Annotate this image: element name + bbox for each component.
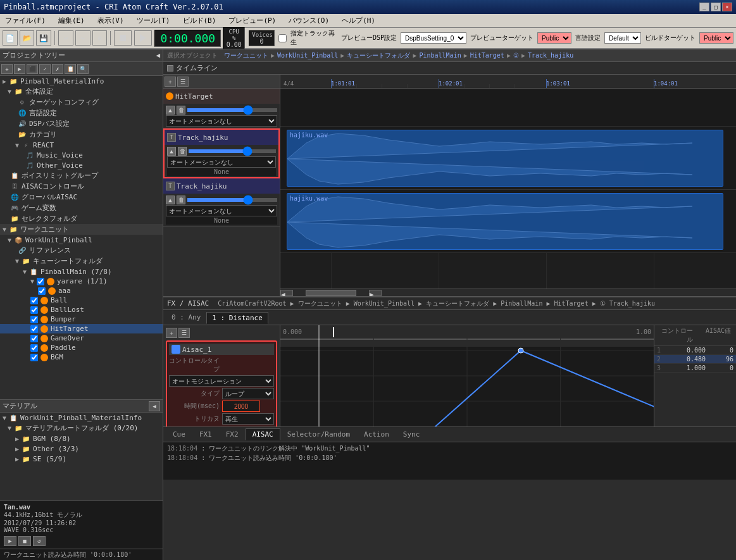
aisac-type-combo[interactable]: ループ [222,388,274,399]
track-automation-combo-2[interactable]: オートメーションなし [166,205,277,216]
tree-item-voicelimit[interactable]: 📋 ボイスリミットグループ [0,170,163,181]
aisac-tab-any[interactable]: 0 : Any [166,311,206,323]
balllost-checkbox[interactable] [30,306,38,314]
material-collapse[interactable]: ◀ [149,401,160,411]
tree-btn-2[interactable]: ▶ [14,64,25,74]
play-button[interactable] [134,30,152,46]
tree-item-hittarget[interactable]: HitTarget [0,324,163,333]
menu-tools[interactable]: ツール(T) [134,15,173,26]
hittarget-checkbox[interactable] [30,325,38,333]
tree-item-workunit-pinball[interactable]: ▼ 📦 WorkUnit_Pinball [0,235,163,245]
menu-build[interactable]: ビルド(B) [180,15,219,26]
track-list-view[interactable]: ☰ [177,77,189,87]
aisac-view-btn[interactable]: ☰ [178,328,190,338]
tree-item-pinball-main[interactable]: ▼ 📋 PinballMain (7/8) [0,266,163,277]
dsp-bus-setting-combo[interactable]: DspBusSetting_0 [401,32,466,44]
minimize-button[interactable]: _ [699,3,709,11]
window-controls[interactable]: _ □ × [699,3,732,11]
tree-item-yarare[interactable]: ▼ yarare (1/1) [0,277,163,286]
track-icon-b[interactable]: 🗑 [177,106,185,115]
track-icon-b2[interactable]: 🗑 [177,196,185,204]
file-stop-button[interactable]: ■ [18,536,31,546]
menu-bounce[interactable]: バウンス(O) [286,15,332,26]
track-icon-a[interactable]: ▲ [166,106,175,115]
tree-btn-4[interactable]: ✓ [39,64,51,74]
tree-item-workunit-folder[interactable]: ▼ 📁 ワークユニット [0,224,163,235]
midi-checkbox[interactable] [278,34,287,42]
yarare-checkbox[interactable] [37,278,44,285]
material-other[interactable]: ▶ 📁 Other (3/3) [0,444,163,454]
redo-button[interactable]: ↪ [75,30,90,46]
aisac-trigger-combo[interactable]: 再生 [222,413,274,425]
material-root[interactable]: ▼ 📋 WorkUnit_Pinball_MaterialInfo [0,413,163,423]
tree-item-bgm[interactable]: BGM [0,352,163,362]
paddle-checkbox[interactable] [30,344,38,352]
tree-item-reference[interactable]: 🔗 リファレンス [0,245,163,256]
menu-file[interactable]: ファイル(F) [3,15,48,26]
aisac-tab-distance[interactable]: 1 : Distance [206,312,268,324]
tree-btn-1[interactable]: + [1,64,13,74]
menu-help[interactable]: ヘルプ(H) [339,15,378,26]
tree-item-aisac-control[interactable]: 🎛 AISACコントロール [0,181,163,192]
tab-fx1[interactable]: FX1 [192,428,219,440]
tree-item-ball[interactable]: Ball [0,296,163,305]
file-loop-button[interactable]: ↺ [33,536,46,546]
stop-button[interactable] [114,30,132,46]
track-icon-b1[interactable]: 🗑 [178,147,187,156]
hscroll-left[interactable]: ◀ [280,290,293,296]
tree-item-aaa[interactable]: aaa [0,286,163,296]
aisac-control-combo[interactable]: オートモジュレーション [169,375,274,387]
track-automation-combo-0[interactable]: オートメーションなし [166,115,277,127]
close-button[interactable]: × [722,3,732,11]
track-add-button[interactable]: + [165,77,176,87]
tree-item-gameover[interactable]: GameOver [0,333,163,343]
graph-point-2[interactable] [518,348,523,353]
aisac-time-input[interactable] [222,401,260,412]
menu-preview[interactable]: プレビュー(P) [226,15,278,26]
file-play-button[interactable]: ▶ [4,536,16,546]
tree-item-paddle[interactable]: Paddle [0,343,163,352]
lang-combo[interactable]: Default [604,32,641,44]
timeline-hscroll[interactable]: ◀ ▶ [280,289,736,296]
ball-checkbox[interactable] [30,297,38,304]
tree-item-target-config[interactable]: ⚙ ターゲットコンフィグ [0,97,163,108]
hscroll-right[interactable]: ▶ [369,290,382,296]
material-se[interactable]: ▶ 📁 SE (5/9) [0,454,163,464]
tree-btn-6[interactable]: 📋 [65,64,76,74]
maximize-button[interactable]: □ [711,3,721,11]
tree-item-category[interactable]: 📂 カテゴリ [0,129,163,140]
aaa-checkbox[interactable] [38,287,46,295]
track-icon-a2[interactable]: ▲ [166,196,175,204]
tab-sync[interactable]: Sync [396,428,427,440]
tree-item-selector[interactable]: 📁 セレクタフォルダ [0,213,163,224]
aisac-add-btn[interactable]: + [166,328,177,338]
hscroll-thumb[interactable] [306,290,356,296]
open-button[interactable]: 📂 [20,30,35,46]
tab-aisac[interactable]: AISAC [246,428,280,440]
material-folder-root[interactable]: ▼ 📁 マテリアルルートフォルダ (0/20) [0,423,163,433]
tree-item-music-voice[interactable]: 🎵 Music_Voice [0,150,163,160]
bgm-checkbox[interactable] [30,354,38,361]
track-volume-slider-1[interactable] [189,149,276,153]
track-volume-slider-2[interactable] [187,198,277,202]
tree-item-balllost[interactable]: BallLost [0,305,163,314]
tree-item-cuesheet-folder[interactable]: ▼ 📁 キューシートフォルダ [0,256,163,266]
tree-item-lang[interactable]: 🌐 言語設定 [0,108,163,118]
tree-btn-5[interactable]: ✗ [52,64,63,74]
new-button[interactable]: 📄 [3,30,18,46]
preview-target-combo[interactable]: Public [537,32,571,44]
tab-selector-random[interactable]: Selector/Random [280,428,357,440]
tree-item-root[interactable]: ▶ 📁 Pinball_MaterialInfo [0,76,163,86]
tree-item-zentai[interactable]: ▼ 📁 全体設定 [0,86,163,97]
tree-btn-7[interactable]: 🔍 [77,64,89,74]
undo-button[interactable]: ↩ [58,30,73,46]
tab-cue[interactable]: Cue [166,428,192,440]
tree-item-react[interactable]: ▼ ⚡ REACT [0,140,163,150]
gameover-checkbox[interactable] [30,335,38,342]
tree-item-dsp[interactable]: 🔊 DSPバス設定 [0,118,163,129]
aisac-graph-content[interactable] [280,325,654,426]
track-icon-a1[interactable]: ▲ [167,147,176,156]
tree-item-other-voice[interactable]: 🎵 Other_Voice [0,160,163,170]
build-target-combo[interactable]: Public [699,32,733,44]
save-button[interactable]: 💾 [36,30,51,46]
